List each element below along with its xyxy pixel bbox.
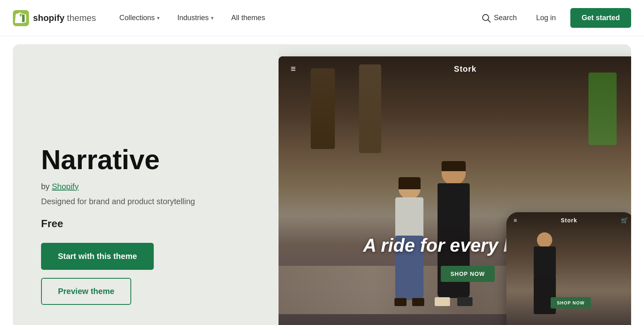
chevron-down-icon: ▾ [157, 15, 160, 21]
preview-brand-label: Stork [454, 64, 477, 74]
start-theme-button[interactable]: Start with this theme [41, 243, 154, 270]
mobile-overlay: SHOP NOW [506, 297, 631, 311]
theme-description: Designed for brand and product storytell… [41, 197, 250, 206]
main-wrapper: Narrative by Shopify Designed for brand … [0, 36, 644, 325]
chevron-down-icon: ▾ [211, 15, 214, 21]
person-man [431, 161, 476, 306]
tree3 [588, 72, 617, 145]
logo[interactable]: shopify themes [13, 10, 96, 26]
logo-text: shopify themes [33, 13, 96, 23]
login-button[interactable]: Log in [531, 10, 561, 25]
nav-collections[interactable]: Collections ▾ [112, 10, 167, 25]
theme-price: Free [41, 217, 250, 230]
mobile-nav: ≡ Stork 🛒 [506, 212, 631, 228]
main-card: Narrative by Shopify Designed for brand … [13, 44, 631, 325]
left-panel: Narrative by Shopify Designed for brand … [13, 44, 279, 325]
nav-all-themes[interactable]: All themes [224, 10, 272, 25]
by-line: by Shopify [41, 182, 250, 191]
mobile-shop-button: SHOP NOW [551, 297, 591, 308]
mobile-preview: ≡ Stork 🛒 SHOP NOW INDIE STROLLER [506, 212, 631, 325]
mobile-hamburger-icon: ≡ [514, 217, 517, 224]
svg-line-2 [488, 20, 490, 22]
mobile-brand-label: Stork [561, 217, 577, 224]
get-started-button[interactable]: Get started [570, 8, 631, 28]
theme-title: Narrative [41, 145, 250, 175]
shopify-logo-icon [13, 10, 29, 26]
search-button[interactable]: Search [477, 10, 522, 26]
navigation: shopify themes Collections ▾ Industries … [0, 0, 644, 36]
search-icon [482, 14, 491, 23]
nav-links: Collections ▾ Industries ▾ All themes [112, 10, 477, 25]
nav-industries[interactable]: Industries ▾ [170, 10, 221, 25]
author-link[interactable]: Shopify [52, 182, 79, 191]
action-buttons: Start with this theme Preview theme [41, 243, 250, 305]
svg-point-1 [483, 14, 489, 21]
nav-right-actions: Search Log in Get started [477, 8, 631, 28]
preview-hamburger-icon: ≡ [291, 64, 296, 74]
right-panel: ≡ Stork 🛒 A ride for every lifestyle SHO… [279, 44, 631, 325]
mobile-cart-icon: 🛒 [621, 217, 628, 224]
preview-nav: ≡ Stork 🛒 [279, 56, 631, 81]
preview-shop-button: SHOP NOW [441, 266, 495, 282]
preview-theme-button[interactable]: Preview theme [41, 278, 131, 305]
